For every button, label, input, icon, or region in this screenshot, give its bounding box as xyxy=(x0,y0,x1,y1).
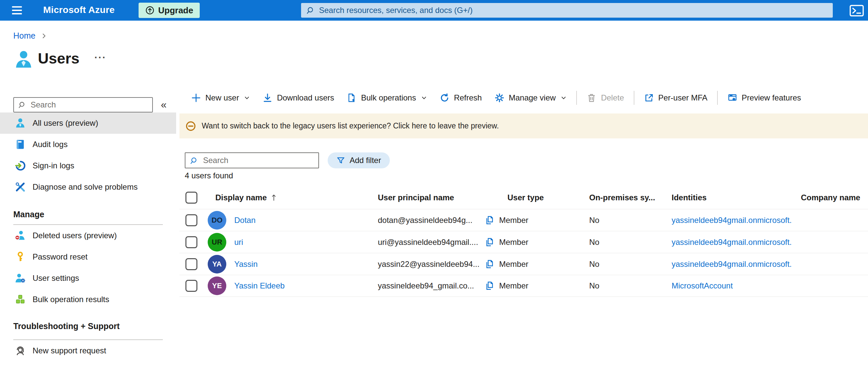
toolbar-new-user-button[interactable]: New user xyxy=(185,89,256,107)
page-context-menu-button[interactable]: ··· xyxy=(94,52,106,63)
cubes-icon xyxy=(14,294,26,305)
display-name-cell: URuri xyxy=(203,233,366,252)
sidebar-item-label: Password reset xyxy=(33,252,87,261)
filter-funnel-icon xyxy=(336,156,345,165)
select-all-checkbox[interactable] xyxy=(185,192,197,204)
toolbar-manage-view-button[interactable]: Manage view xyxy=(488,89,573,107)
bulk-doc-icon xyxy=(347,93,356,103)
toolbar-download-users-button[interactable]: Download users xyxy=(256,89,340,107)
page-title: Users xyxy=(38,50,80,67)
sidebar-item-all-users-preview[interactable]: All users (preview) xyxy=(0,112,176,134)
sidebar-item-new-support-request[interactable]: New support request xyxy=(0,340,176,361)
sidebar-section-heading: Troubleshooting + Support xyxy=(0,321,176,331)
column-header-identities[interactable]: Identities xyxy=(672,193,801,202)
on-premises-sync-cell: No xyxy=(589,216,672,225)
identity-link[interactable]: yassineldeeb94gmail.onmicrosoft. xyxy=(672,259,792,269)
column-header-on-premises-sync[interactable]: On-premises sy... xyxy=(589,193,672,202)
copy-icon[interactable] xyxy=(485,259,494,269)
sidebar-item-user-settings[interactable]: User settings xyxy=(0,268,176,289)
column-header-display-name[interactable]: Display name xyxy=(203,193,366,202)
key-icon xyxy=(14,251,26,262)
hamburger-menu-button[interactable] xyxy=(11,6,23,15)
table-search-box xyxy=(185,152,319,168)
row-checkbox[interactable] xyxy=(185,236,197,248)
chevron-down-icon xyxy=(244,95,250,101)
person-gear-icon xyxy=(14,273,26,284)
identity-link[interactable]: MicrosoftAccount xyxy=(672,281,733,290)
sidebar-search-input[interactable] xyxy=(31,100,148,110)
user-principal-name: yassineldeeb94_gmail.co... xyxy=(378,281,474,290)
breadcrumb-home-link[interactable]: Home xyxy=(13,31,36,40)
sidebar-item-sign-in-logs[interactable]: Sign-in logs xyxy=(0,155,176,176)
sidebar-search-box xyxy=(13,97,153,112)
add-filter-button[interactable]: Add filter xyxy=(328,152,390,168)
up-arrow-circle-icon xyxy=(145,6,155,15)
on-premises-sync-cell: No xyxy=(589,281,672,290)
column-header-user-principal-name[interactable]: User principal name xyxy=(366,193,498,202)
preview-notice-banner: Want to switch back to the legacy users … xyxy=(180,113,868,138)
banner-text[interactable]: Want to switch back to the legacy users … xyxy=(202,121,499,131)
user-type-cell: Member xyxy=(498,216,589,225)
user-type-cell: Member xyxy=(498,237,589,247)
sidebar-item-diagnose-and-solve-problems[interactable]: Diagnose and solve problems xyxy=(0,176,176,198)
breadcrumb: Home xyxy=(13,31,47,40)
sidebar-collapse-button[interactable]: « xyxy=(161,99,166,111)
toolbar-separator xyxy=(717,91,718,105)
brand-title: Microsoft Azure xyxy=(43,5,115,15)
sidebar-item-label: Audit logs xyxy=(33,140,67,149)
results-count: 4 users found xyxy=(185,171,233,180)
toolbar-button-label: Per-user MFA xyxy=(658,93,708,103)
sidebar-item-label: User settings xyxy=(33,274,79,283)
copy-icon[interactable] xyxy=(485,281,494,291)
toolbar-button-label: New user xyxy=(205,93,239,103)
chevron-right-icon xyxy=(41,33,47,39)
copy-icon[interactable] xyxy=(485,215,494,225)
column-header-user-type[interactable]: User type xyxy=(498,193,589,202)
sidebar-item-audit-logs[interactable]: Audit logs xyxy=(0,134,176,155)
display-name-cell: YEYassin Eldeeb xyxy=(203,277,366,295)
add-filter-label: Add filter xyxy=(350,156,381,165)
sidebar-item-label: Bulk operation results xyxy=(33,295,109,304)
toolbar-button-label: Preview features xyxy=(742,93,801,103)
users-page-icon xyxy=(13,49,34,70)
table-search-input[interactable] xyxy=(203,156,314,165)
row-checkbox[interactable] xyxy=(185,280,197,292)
toolbar-button-label: Manage view xyxy=(509,93,556,103)
toolbar-button-label: Refresh xyxy=(454,93,482,103)
toolbar-refresh-button[interactable]: Refresh xyxy=(433,89,488,107)
search-icon xyxy=(190,157,198,165)
identity-link[interactable]: yassineldeeb94gmail.onmicrosoft. xyxy=(672,237,792,247)
download-icon xyxy=(262,93,273,103)
toolbar-button-label: Download users xyxy=(277,93,334,103)
minus-circle-icon xyxy=(185,121,196,132)
user-principal-name-cell: yassineldeeb94_gmail.co... xyxy=(366,281,498,291)
identity-link[interactable]: yassineldeeb94gmail.onmicrosoft. xyxy=(672,216,792,225)
sidebar-section-heading: Manage xyxy=(0,209,176,220)
display-name-link[interactable]: Dotan xyxy=(234,216,255,225)
display-name-link[interactable]: Yassin Eldeeb xyxy=(234,281,285,290)
sidebar-item-password-reset[interactable]: Password reset xyxy=(0,246,176,268)
row-checkbox[interactable] xyxy=(185,214,197,226)
column-header-company-name[interactable]: Company name xyxy=(801,193,868,202)
display-name-cell: DODotan xyxy=(203,211,366,230)
display-name-link[interactable]: Yassin xyxy=(234,259,257,269)
plus-icon xyxy=(191,93,201,103)
toolbar-per-user-mfa-button[interactable]: Per-user MFA xyxy=(638,89,714,107)
sidebar-item-deleted-users-preview[interactable]: Deleted users (preview) xyxy=(0,225,176,246)
copy-icon[interactable] xyxy=(485,237,494,247)
headset-icon xyxy=(14,345,26,356)
identities-cell: yassineldeeb94gmail.onmicrosoft. xyxy=(672,216,801,225)
sidebar-nav: All users (preview)Audit logsSign-in log… xyxy=(0,112,176,361)
toolbar-separator xyxy=(634,91,634,105)
row-checkbox[interactable] xyxy=(185,258,197,270)
user-type-cell: Member xyxy=(498,259,589,269)
user-principal-name: uri@yassineldeeb94gmail.... xyxy=(378,237,478,247)
sidebar-item-bulk-operation-results[interactable]: Bulk operation results xyxy=(0,289,176,310)
display-name-link[interactable]: uri xyxy=(234,237,243,247)
avatar: YA xyxy=(208,255,226,274)
toolbar-button-label: Bulk operations xyxy=(361,93,416,103)
main-content: New userDownload usersBulk operationsRef… xyxy=(180,0,868,366)
toolbar-preview-features-button[interactable]: Preview features xyxy=(721,89,808,107)
identities-cell: yassineldeeb94gmail.onmicrosoft. xyxy=(672,237,801,247)
toolbar-bulk-operations-button[interactable]: Bulk operations xyxy=(340,89,433,107)
